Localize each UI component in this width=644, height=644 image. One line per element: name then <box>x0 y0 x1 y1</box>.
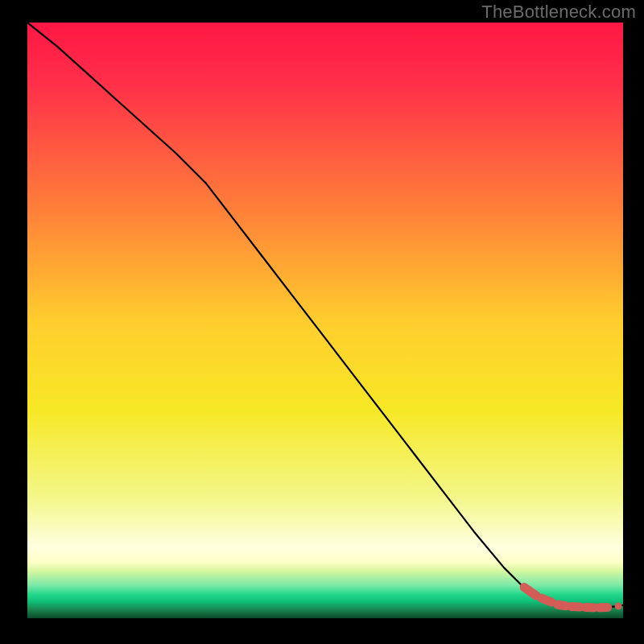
curve-line <box>27 23 623 608</box>
dash-segment <box>524 588 536 596</box>
tail-dot <box>615 602 622 609</box>
dash-segment <box>542 598 552 602</box>
chart-overlay <box>27 23 623 618</box>
dash-segment <box>572 606 580 607</box>
dash-segment <box>558 605 566 606</box>
watermark-text: TheBottleneck.com <box>481 2 636 23</box>
plot-area <box>27 23 623 618</box>
chart-container: TheBottleneck.com <box>0 0 644 644</box>
dash-markers <box>524 588 608 608</box>
